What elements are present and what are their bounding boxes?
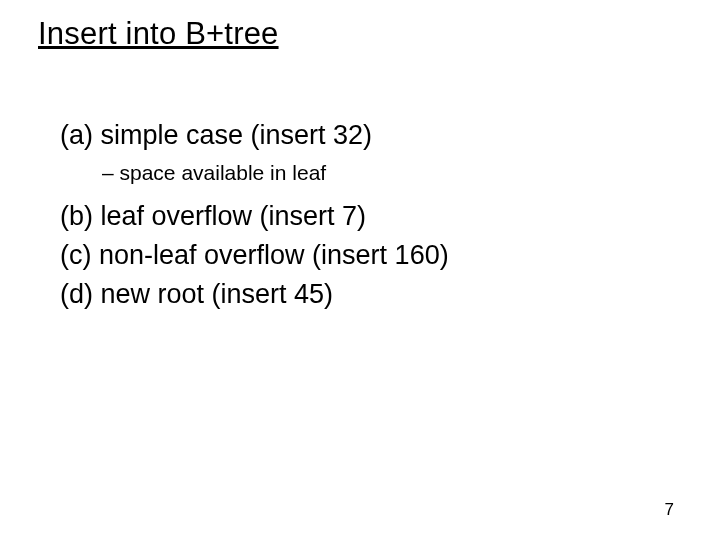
slide: Insert into B+tree (a) simple case (inse… xyxy=(0,0,720,540)
item-a: (a) simple case (insert 32) xyxy=(60,118,660,153)
item-c: (c) non-leaf overflow (insert 160) xyxy=(60,238,660,273)
item-b: (b) leaf overflow (insert 7) xyxy=(60,199,660,234)
slide-title: Insert into B+tree xyxy=(38,16,279,52)
item-a-sub: – space available in leaf xyxy=(102,161,660,185)
item-d: (d) new root (insert 45) xyxy=(60,277,660,312)
page-number: 7 xyxy=(665,500,674,520)
slide-body: (a) simple case (insert 32) – space avai… xyxy=(60,118,660,316)
